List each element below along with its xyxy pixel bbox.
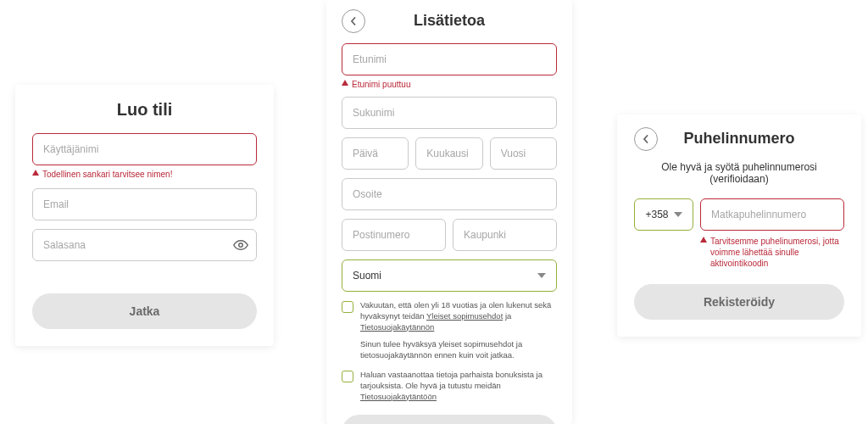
marketing-checkbox[interactable] [342, 371, 353, 382]
panel3-title: Puhelinnumero [683, 130, 794, 148]
terms-checkbox[interactable] [342, 301, 353, 313]
panel3-subtitle: Ole hyvä ja syötä puhelinnumerosi (verif… [634, 161, 844, 185]
continue-button[interactable]: Jatka [32, 293, 257, 329]
chevron-down-icon [674, 212, 682, 217]
eye-icon[interactable] [233, 237, 248, 253]
phone-input[interactable] [700, 198, 844, 231]
month-input[interactable] [415, 137, 482, 170]
lastname-input[interactable] [342, 97, 557, 129]
create-account-panel: Luo tili Todellinen sankari tarvitsee ni… [15, 85, 274, 346]
address-input[interactable] [342, 178, 557, 210]
country-value: Suomi [353, 270, 381, 282]
year-input[interactable] [490, 137, 557, 170]
warning-icon [342, 80, 348, 86]
register-button[interactable]: Rekisteröidy [634, 284, 844, 320]
back-button-2[interactable] [634, 127, 658, 151]
terms-help: Sinun tulee hyväksyä yleiset sopimusehdo… [360, 339, 557, 361]
phone-prefix-select[interactable]: +358 [634, 198, 693, 231]
firstname-input[interactable] [342, 43, 557, 75]
panel2-title: Lisätietoa [414, 12, 485, 30]
back-button[interactable] [342, 9, 365, 33]
more-info-panel: Lisätietoa Etunimi puuttuu Suomi Vakuuta… [326, 0, 572, 424]
email-input[interactable] [32, 188, 257, 220]
warning-icon [32, 170, 39, 176]
marketing-privacy-link[interactable]: Tietosuojakäytäntöön [360, 392, 437, 401]
privacy-link[interactable]: Tietosuojakäytännön [360, 322, 434, 332]
username-input[interactable] [32, 133, 257, 165]
city-input[interactable] [453, 219, 557, 251]
panel1-title: Luo tili [117, 100, 173, 120]
phone-error: Tarvitsemme puhelinumerosi, jotta voimme… [700, 236, 844, 269]
password-input[interactable] [32, 229, 257, 261]
day-input[interactable] [342, 137, 409, 170]
terms-link[interactable]: Yleiset sopimusehdot [426, 311, 503, 321]
svg-point-0 [239, 243, 243, 248]
terms-text: Vakuutan, että olen yli 18 vuotias ja ol… [360, 300, 557, 332]
username-error: Todellinen sankari tarvitsee nimen! [32, 169, 257, 180]
chevron-left-icon [349, 17, 358, 25]
phone-panel: Puhelinnumero Ole hyvä ja syötä puhelinn… [617, 114, 861, 337]
warning-icon [700, 237, 707, 243]
country-select[interactable]: Suomi [342, 259, 557, 292]
firstname-error: Etunimi puuttuu [342, 79, 557, 90]
chevron-left-icon [642, 135, 650, 143]
chevron-down-icon [537, 273, 546, 278]
continue-button-2[interactable]: Jatka [342, 415, 557, 425]
marketing-text: Haluan vastaanottaa tietoja parhaista bo… [360, 370, 557, 402]
postal-input[interactable] [342, 219, 446, 251]
